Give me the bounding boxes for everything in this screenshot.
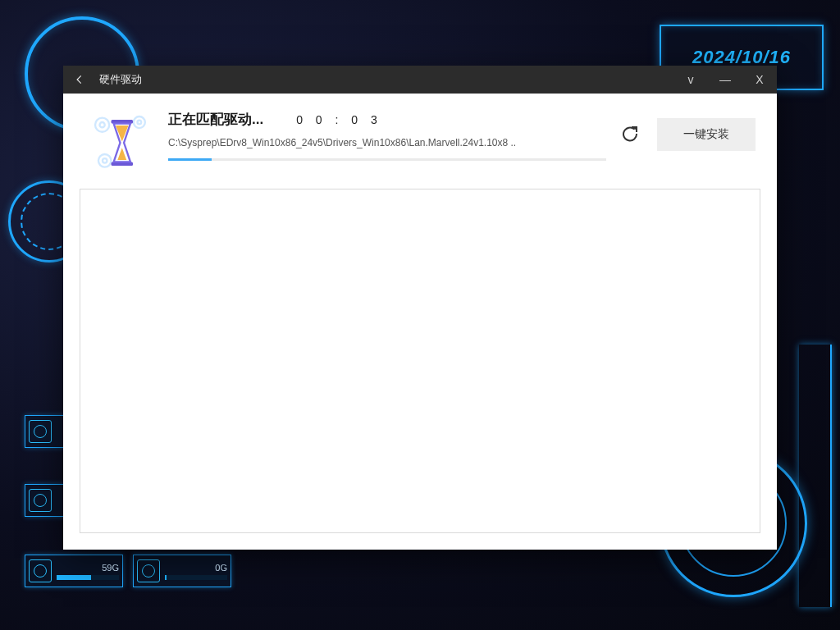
disk-size-label: 0G (165, 563, 227, 573)
close-button[interactable]: X (742, 66, 777, 94)
window-title: 硬件驱动 (96, 72, 142, 87)
back-button[interactable] (63, 66, 96, 94)
disk-icon (137, 559, 160, 582)
hourglass-icon (84, 110, 158, 176)
refresh-button[interactable] (616, 121, 644, 148)
chevron-left-icon (74, 74, 85, 85)
disk-icon (29, 420, 52, 443)
window-content: 正在匹配驱动... 0 0 : 0 3 C:\Sysprep\EDrv8_Win… (63, 94, 777, 550)
status-header: 正在匹配驱动... 0 0 : 0 3 C:\Sysprep\EDrv8_Win… (63, 94, 777, 184)
refresh-icon (620, 125, 640, 144)
disk-fill (57, 575, 91, 580)
dropdown-button[interactable]: v (673, 66, 708, 94)
minimize-icon: — (719, 73, 731, 86)
disk-widget-2: 59G (25, 555, 123, 587)
titlebar: 硬件驱动 v — X (63, 66, 777, 94)
elapsed-timer: 0 0 : 0 3 (296, 113, 382, 126)
svg-point-3 (138, 121, 142, 125)
svg-point-0 (95, 118, 109, 132)
chevron-down-icon: v (688, 73, 694, 86)
driver-path: C:\Sysprep\EDrv8_Win10x86_24v5\Drivers_W… (168, 137, 606, 148)
progress-fill (168, 158, 212, 161)
status-column: 正在匹配驱动... 0 0 : 0 3 C:\Sysprep\EDrv8_Win… (168, 110, 606, 161)
decorative-side-lines (799, 345, 832, 607)
disk-size-label: 59G (57, 563, 119, 573)
disk-icon (29, 559, 52, 582)
install-all-button[interactable]: 一键安装 (657, 118, 756, 151)
close-icon: X (756, 73, 763, 86)
status-heading: 正在匹配驱动... (168, 110, 263, 129)
action-column: 一键安装 (616, 110, 756, 151)
disk-fill (165, 575, 167, 580)
svg-point-4 (98, 154, 112, 167)
svg-point-5 (103, 158, 107, 162)
minimize-button[interactable]: — (708, 66, 742, 94)
svg-point-1 (99, 122, 104, 127)
driver-list-area (80, 189, 760, 533)
disk-widget-3: 0G (133, 555, 231, 587)
driver-window: 硬件驱动 v — X (63, 66, 777, 550)
progress-bar (168, 158, 606, 161)
svg-point-2 (134, 116, 145, 128)
disk-icon (29, 489, 52, 512)
window-controls: v — X (673, 66, 777, 94)
